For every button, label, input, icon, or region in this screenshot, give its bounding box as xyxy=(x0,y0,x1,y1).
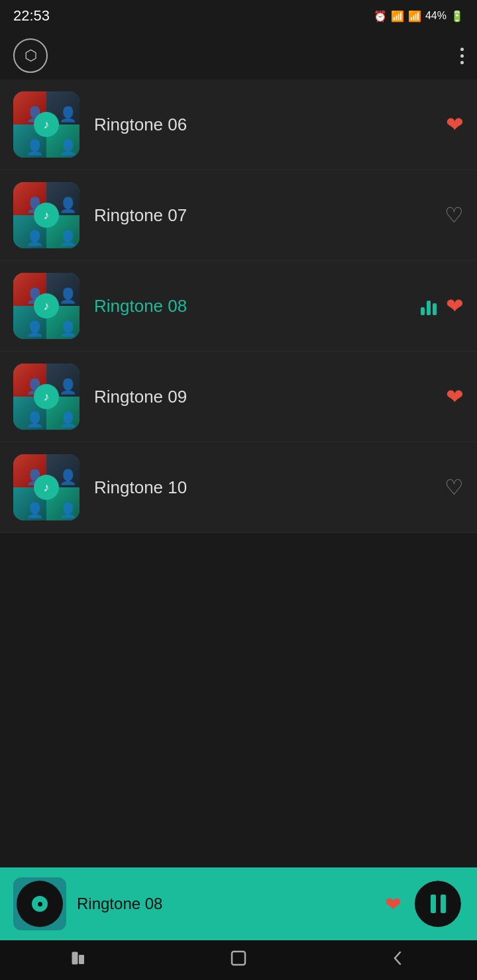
item-right-10: ♡ xyxy=(445,475,464,500)
signal-icon: 📶 xyxy=(408,10,421,23)
music-note-icon: ♪ xyxy=(44,118,50,132)
player-album-art xyxy=(13,877,66,930)
equalizer-bar-1 xyxy=(421,307,425,315)
album-art-06: ♪ xyxy=(13,91,80,158)
music-note-icon: ♪ xyxy=(44,481,50,495)
svg-rect-1 xyxy=(79,955,84,964)
ringtone-item-08[interactable]: ♪ Ringtone 08 ❤ xyxy=(0,261,477,352)
ringtone-item-06[interactable]: ♪ Ringtone 06 ❤ xyxy=(0,79,477,170)
ringtone-list: ♪ Ringtone 06 ❤ ♪ Ringtone 07 ♡ xyxy=(0,79,477,540)
pause-icon xyxy=(431,895,446,913)
favorite-button-08[interactable]: ❤ xyxy=(446,293,464,318)
item-right-09: ❤ xyxy=(446,384,464,409)
item-right-08: ❤ xyxy=(421,293,464,318)
ringtone-name-10: Ringtone 10 xyxy=(94,477,445,498)
album-art-07: ♪ xyxy=(13,182,80,248)
music-note-icon: ♪ xyxy=(44,209,50,222)
more-dot-1 xyxy=(460,48,464,51)
ringtone-name-06: Ringtone 06 xyxy=(94,115,446,135)
album-art-10: ♪ xyxy=(13,454,80,520)
more-options-button[interactable] xyxy=(460,48,464,64)
album-art-09: ♪ xyxy=(13,364,80,430)
item-right-07: ♡ xyxy=(445,203,464,228)
player-favorite-button[interactable]: ❤ xyxy=(385,893,401,916)
nav-home-button[interactable] xyxy=(229,949,248,971)
ringtone-item-09[interactable]: ♪ Ringtone 09 ❤ xyxy=(0,352,477,442)
app-logo: ⬡ xyxy=(13,38,48,73)
ringtone-item-10[interactable]: ♪ Ringtone 10 ♡ xyxy=(0,442,477,533)
nav-back-button[interactable] xyxy=(388,949,407,971)
nav-bar xyxy=(0,940,477,980)
ringtone-name-07: Ringtone 07 xyxy=(94,205,445,226)
status-bar: 22:53 ⏰ 📶 📶 44% 🔋 xyxy=(0,0,477,32)
ringtone-item-07[interactable]: ♪ Ringtone 07 ♡ xyxy=(0,170,477,261)
svg-rect-0 xyxy=(72,952,78,964)
music-note-icon: ♪ xyxy=(44,390,50,404)
pause-bar-left xyxy=(431,895,436,913)
nav-recent-button[interactable] xyxy=(70,949,89,971)
player-bar: Ringtone 08 ❤ xyxy=(0,867,477,940)
more-dot-2 xyxy=(460,54,464,58)
ringtone-name-09: Ringtone 09 xyxy=(94,387,446,407)
wifi-icon: 📶 xyxy=(391,10,404,23)
equalizer-bar-3 xyxy=(433,303,437,315)
alarm-icon: ⏰ xyxy=(374,10,387,23)
status-time: 22:53 xyxy=(13,7,50,24)
svg-rect-3 xyxy=(232,952,245,965)
favorite-button-09[interactable]: ❤ xyxy=(446,384,464,409)
player-track-title: Ringtone 08 xyxy=(77,895,374,913)
status-icons: ⏰ 📶 📶 44% 🔋 xyxy=(374,10,464,23)
battery-icon: 🔋 xyxy=(450,10,464,23)
battery-indicator: 44% xyxy=(425,10,447,22)
item-right-06: ❤ xyxy=(446,112,464,137)
play-indicator xyxy=(421,297,437,315)
music-note-icon: ♪ xyxy=(44,299,50,313)
pause-bar-right xyxy=(441,895,446,913)
favorite-button-06[interactable]: ❤ xyxy=(446,112,464,137)
favorite-button-07[interactable]: ♡ xyxy=(445,203,464,228)
ringtone-name-08: Ringtone 08 xyxy=(94,296,421,317)
hex-icon: ⬡ xyxy=(25,47,37,64)
album-art-08: ♪ xyxy=(13,273,80,339)
favorite-button-10[interactable]: ♡ xyxy=(445,475,464,500)
equalizer-bar-2 xyxy=(427,301,431,315)
more-dot-3 xyxy=(460,61,464,64)
app-bar: ⬡ xyxy=(0,32,477,79)
pause-button[interactable] xyxy=(412,878,464,930)
